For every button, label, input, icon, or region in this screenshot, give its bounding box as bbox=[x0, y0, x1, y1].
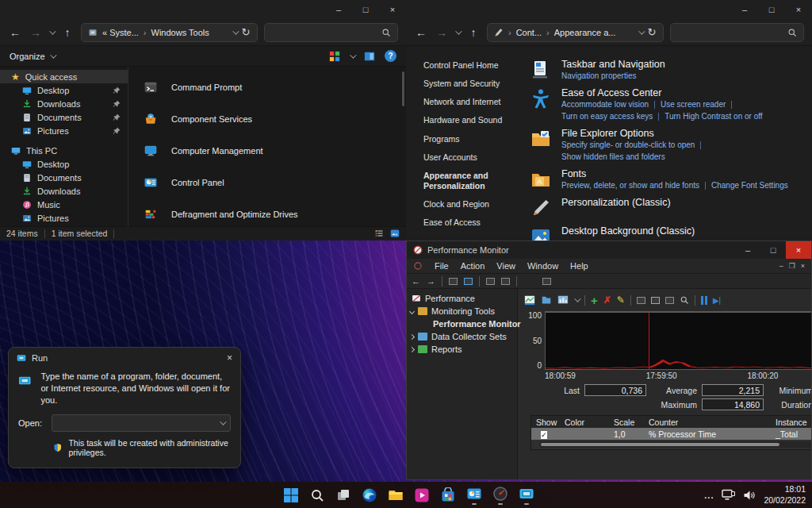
breadcrumb-root[interactable]: Cont... bbox=[516, 28, 542, 37]
entry-title-link[interactable]: Fonts bbox=[561, 168, 788, 179]
sidebar-link-home[interactable]: Control Panel Home bbox=[423, 60, 519, 71]
file-item-computer-management[interactable]: Computer Management bbox=[140, 135, 401, 167]
search-button[interactable] bbox=[308, 485, 327, 506]
sidebar-item-documents-pinned[interactable]: Documents bbox=[0, 110, 128, 124]
task-view-button[interactable] bbox=[334, 485, 353, 506]
minimize-button[interactable]: – bbox=[735, 241, 760, 259]
open-combobox[interactable] bbox=[52, 414, 231, 432]
close-button[interactable]: × bbox=[785, 0, 812, 19]
media-player-button[interactable] bbox=[412, 485, 431, 506]
sidebar-item-downloads-pinned[interactable]: Downloads bbox=[0, 97, 128, 110]
tree-root-performance[interactable]: Performance bbox=[407, 292, 517, 305]
menu-view[interactable]: View bbox=[496, 261, 515, 271]
menu-window[interactable]: Window bbox=[527, 261, 558, 271]
file-item-command-prompt[interactable]: Command Prompt bbox=[140, 71, 401, 103]
sidebar-item-this-pc[interactable]: This PC bbox=[0, 144, 128, 157]
task-link[interactable]: Turn on easy access keys bbox=[561, 112, 653, 121]
address-bar[interactable]: « Syste... › Windows Tools ↻ bbox=[81, 23, 258, 42]
sidebar-link-system-security[interactable]: System and Security bbox=[423, 79, 519, 89]
breadcrumb-current[interactable]: Appearance a... bbox=[554, 28, 616, 37]
sidebar-item-pictures[interactable]: Pictures bbox=[0, 211, 128, 225]
maximize-button[interactable]: □ bbox=[760, 241, 786, 259]
freeze-display-icon[interactable] bbox=[701, 296, 707, 305]
counter-table-hscrollbar[interactable] bbox=[539, 441, 812, 448]
child-restore-button[interactable]: ❐ bbox=[789, 262, 795, 270]
minimize-button[interactable]: – bbox=[731, 0, 758, 19]
properties-icon[interactable] bbox=[665, 297, 674, 304]
close-icon[interactable]: × bbox=[227, 352, 232, 364]
sidebar-link-user-accounts[interactable]: User Accounts bbox=[423, 152, 519, 163]
tray-overflow-button[interactable]: ... bbox=[704, 491, 714, 500]
edge-button[interactable] bbox=[360, 485, 379, 506]
tree-node-data-collector-sets[interactable]: Data Collector Sets bbox=[407, 330, 517, 343]
file-item-defragment[interactable]: Defragment and Optimize Drives bbox=[140, 198, 401, 230]
network-icon[interactable] bbox=[722, 489, 735, 501]
task-link[interactable]: Change Font Settings bbox=[711, 181, 788, 190]
search-box[interactable] bbox=[264, 23, 398, 42]
file-list-scrollbar[interactable] bbox=[402, 71, 404, 106]
child-minimize-button[interactable]: – bbox=[779, 262, 783, 270]
expand-icon[interactable] bbox=[409, 333, 415, 339]
view-log-data-icon[interactable] bbox=[541, 294, 552, 306]
export-icon[interactable] bbox=[449, 278, 458, 285]
back-button[interactable]: ← bbox=[414, 26, 428, 39]
sidebar-link-network-internet[interactable]: Network and Internet bbox=[423, 97, 519, 107]
sidebar-item-music[interactable]: Music bbox=[0, 198, 128, 211]
start-button[interactable] bbox=[282, 485, 301, 506]
combobox-chevron-icon[interactable] bbox=[220, 418, 226, 425]
address-dropdown-icon[interactable] bbox=[232, 28, 239, 34]
sidebar-item-pictures-pinned[interactable]: Pictures bbox=[0, 124, 128, 137]
show-hide-tree-icon[interactable] bbox=[464, 278, 473, 285]
entry-title-link[interactable]: File Explorer Options bbox=[561, 128, 804, 139]
sidebar-link-clock-region[interactable]: Clock and Region bbox=[423, 199, 519, 210]
back-icon[interactable]: ← bbox=[412, 276, 420, 286]
file-item-control-panel[interactable]: Control Panel bbox=[140, 167, 401, 198]
add-counter-icon[interactable]: + bbox=[591, 294, 598, 307]
view-options-chevron-icon[interactable] bbox=[350, 52, 356, 58]
file-explorer-button[interactable] bbox=[386, 485, 405, 506]
control-panel-task-button[interactable] bbox=[465, 485, 484, 506]
tree-node-performance-monitor[interactable]: Performance Monitor bbox=[407, 318, 517, 330]
organize-menu[interactable]: Organize bbox=[10, 52, 55, 61]
minimize-button[interactable]: – bbox=[325, 0, 352, 19]
up-button[interactable]: ↑ bbox=[466, 26, 481, 39]
speaker-icon[interactable] bbox=[743, 490, 756, 501]
delete-counter-icon[interactable]: ✗ bbox=[603, 294, 611, 306]
window-icon[interactable] bbox=[486, 278, 495, 285]
graph-type-chevron-icon[interactable] bbox=[574, 295, 580, 302]
sidebar-item-desktop[interactable]: Desktop bbox=[0, 157, 128, 171]
tree-node-reports[interactable]: Reports bbox=[407, 343, 517, 356]
maximize-button[interactable]: □ bbox=[758, 0, 785, 19]
task-link[interactable]: Turn High Contrast on or off bbox=[665, 112, 762, 121]
history-chevron-icon[interactable] bbox=[455, 28, 462, 34]
sidebar-item-quick-access[interactable]: ★ Quick access bbox=[0, 70, 128, 83]
history-chevron-icon[interactable] bbox=[49, 28, 56, 34]
perfmon-plot[interactable] bbox=[545, 311, 812, 370]
expand-icon[interactable] bbox=[409, 308, 415, 314]
sidebar-link-hardware-sound[interactable]: Hardware and Sound bbox=[423, 115, 519, 125]
task-link[interactable]: Show hidden files and folders bbox=[561, 152, 665, 161]
breadcrumb-root[interactable]: « Syste... bbox=[102, 28, 139, 37]
sidebar-link-appearance-personalization[interactable]: Appearance and Personalization bbox=[423, 171, 519, 191]
forward-icon[interactable]: → bbox=[427, 276, 435, 286]
sidebar-item-documents[interactable]: Documents bbox=[0, 171, 128, 184]
copy-properties-icon[interactable] bbox=[637, 297, 645, 304]
sidebar-item-desktop-pinned[interactable]: Desktop bbox=[0, 83, 128, 97]
up-button[interactable]: ↑ bbox=[60, 26, 75, 39]
change-graph-type-icon[interactable] bbox=[557, 294, 569, 306]
performance-monitor-task-button[interactable] bbox=[491, 485, 510, 506]
paste-counter-list-icon[interactable] bbox=[651, 297, 660, 304]
control-panel-titlebar[interactable]: – □ × bbox=[406, 0, 812, 19]
run-task-button[interactable] bbox=[517, 485, 536, 506]
explorer-titlebar[interactable]: – □ × bbox=[0, 0, 406, 19]
entry-title-link[interactable]: Taskbar and Navigation bbox=[561, 59, 665, 70]
refresh-icon[interactable]: ↻ bbox=[242, 26, 251, 38]
highlight-icon[interactable]: ✎ bbox=[617, 294, 625, 306]
entry-title-link[interactable]: Personalization (Classic) bbox=[561, 197, 671, 208]
task-link[interactable]: Use screen reader bbox=[661, 100, 726, 109]
menu-action[interactable]: Action bbox=[461, 261, 485, 271]
cancel-button[interactable]: Cancel bbox=[106, 468, 160, 468]
refresh-icon[interactable]: ↻ bbox=[648, 26, 657, 38]
back-button[interactable]: ← bbox=[8, 26, 22, 39]
task-link[interactable]: Navigation properties bbox=[561, 71, 637, 80]
